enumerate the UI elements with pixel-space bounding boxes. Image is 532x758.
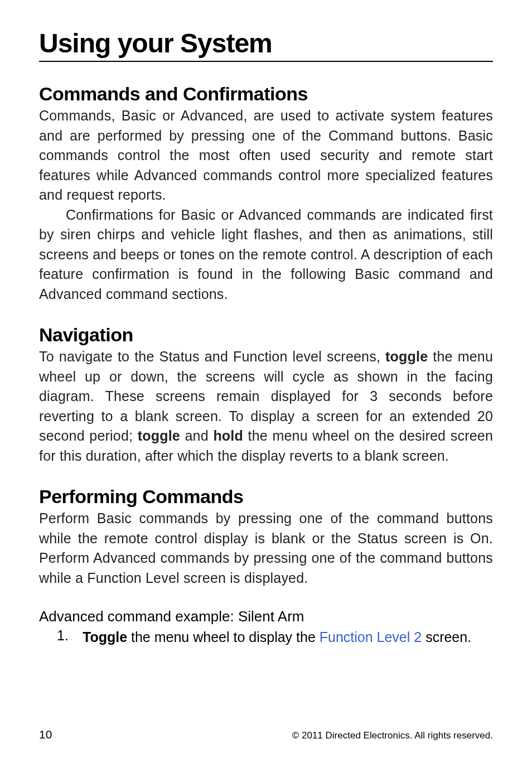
copyright-text: © 2011 Directed Electronics. All rights …	[292, 730, 493, 741]
performing-paragraph: Perform Basic commands by pressing one o…	[39, 509, 493, 588]
list-item-1: 1. Toggle the menu wheel to display the …	[39, 627, 493, 648]
commands-paragraph-2: Confirmations for Basic or Advanced comm…	[39, 205, 493, 305]
list-number-1: 1.	[57, 627, 83, 648]
list-toggle: Toggle	[83, 629, 127, 645]
nav-text-1: To navigate to the Status and Function l…	[39, 349, 385, 364]
nav-hold: hold	[213, 428, 243, 443]
nav-text-3: and	[180, 428, 213, 443]
list-text-1: the menu wheel to display the	[127, 629, 320, 645]
main-heading: Using your System	[39, 28, 493, 62]
section-performing-commands: Performing Commands Perform Basic comman…	[39, 486, 493, 648]
list-content-1: Toggle the menu wheel to display the Fun…	[83, 627, 471, 648]
page-number: 10	[39, 728, 52, 741]
commands-paragraph-1: Commands, Basic or Advanced, are used to…	[39, 106, 493, 205]
navigation-paragraph: To navigate to the Status and Function l…	[39, 347, 493, 466]
sub-heading-commands: Commands and Confirmations	[39, 83, 493, 105]
section-navigation: Navigation To navigate to the Status and…	[39, 324, 493, 466]
page-footer: 10 © 2011 Directed Electronics. All righ…	[39, 728, 493, 741]
nav-toggle-1: toggle	[385, 349, 428, 364]
advanced-example-heading: Advanced command example: Silent Arm	[39, 608, 493, 625]
sub-heading-performing: Performing Commands	[39, 486, 493, 508]
section-commands-confirmations: Commands and Confirmations Commands, Bas…	[39, 83, 493, 304]
sub-heading-navigation: Navigation	[39, 324, 493, 346]
list-text-2: screen.	[422, 629, 471, 645]
nav-toggle-2: toggle	[138, 428, 180, 443]
function-level-link[interactable]: Function Level 2	[320, 629, 422, 645]
